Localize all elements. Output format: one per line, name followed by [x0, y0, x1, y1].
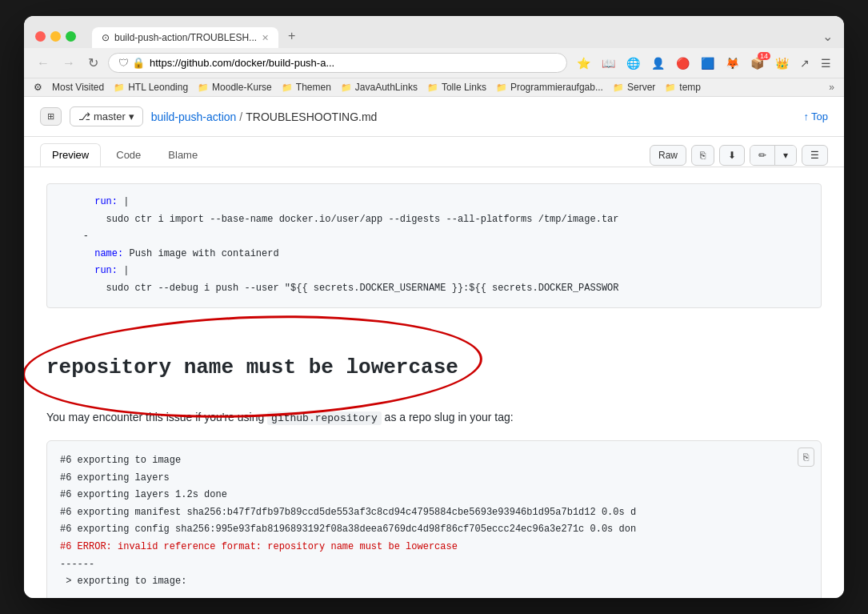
- tab-close-button[interactable]: ✕: [262, 33, 269, 43]
- account-button[interactable]: 👑: [772, 55, 792, 71]
- code-line-3: -: [60, 228, 808, 246]
- log-content: #6 exporting to image #6 exporting layer…: [47, 441, 821, 598]
- new-tab-button[interactable]: +: [280, 24, 303, 48]
- prose-intro: You may encounter this issue if you're u…: [46, 411, 264, 423]
- folder-icon-5: 📁: [427, 82, 438, 93]
- tab-preview[interactable]: Preview: [40, 143, 101, 167]
- url-bar[interactable]: 🛡 🔒 https://github.com/docker/build-push…: [108, 53, 567, 73]
- extension-2-button[interactable]: 🟦: [698, 55, 718, 71]
- edit-button[interactable]: ✏: [750, 146, 775, 165]
- traffic-lights: [35, 31, 76, 42]
- bookmark-moodle[interactable]: 📁 Moodle-Kurse: [198, 82, 272, 93]
- copy-log-button[interactable]: ⎘: [798, 447, 814, 467]
- folder-icon-6: 📁: [496, 82, 507, 93]
- code-line-4: name: Push image with containerd: [60, 246, 808, 263]
- branch-label: master: [94, 110, 126, 122]
- breadcrumb-file: TROUBLESHOOTING.md: [246, 110, 377, 123]
- forward-button[interactable]: →: [59, 54, 78, 72]
- github-file-header: ⊞ ⎇ master ▾ build-push-action / TROUBLE…: [24, 97, 844, 137]
- nav-bar: ← → ↻ 🛡 🔒 https://github.com/docker/buil…: [24, 48, 844, 78]
- code-line-5: run: |: [60, 263, 808, 280]
- folder-icon-7: 📁: [613, 82, 624, 93]
- most-visited-icon: ⚙: [34, 82, 42, 93]
- shield-icon: 🛡: [118, 57, 129, 69]
- file-actions: Raw ⎘ ⬇ ✏ ▾ ☰: [650, 145, 828, 166]
- folder-icon-8: 📁: [665, 82, 676, 93]
- translate-button[interactable]: 🌐: [623, 55, 643, 71]
- log-line-error: #6 ERROR: invalid reference format: repo…: [60, 539, 808, 556]
- toc-button[interactable]: ☰: [802, 145, 828, 166]
- copy-raw-button[interactable]: ⎘: [691, 145, 714, 166]
- more-extensions-button[interactable]: ↗: [797, 55, 813, 71]
- extensions-button[interactable]: 📦14: [747, 55, 767, 71]
- prose-outro: as a repo slug in your tag:: [385, 411, 514, 423]
- raw-button[interactable]: Raw: [650, 145, 686, 166]
- error-heading: repository name must be lowercase: [46, 343, 458, 393]
- log-line-7: ------: [60, 556, 808, 574]
- reading-mode-button[interactable]: 📖: [598, 55, 618, 71]
- bookmark-tolle[interactable]: 📁 Tolle Links: [427, 82, 486, 93]
- yaml-code-block: run: | sudo ctr i import --base-name doc…: [46, 183, 822, 308]
- refresh-button[interactable]: ↻: [85, 54, 102, 72]
- log-line-4: #6 exporting manifest sha256:b47f7dfb97b…: [60, 504, 808, 522]
- extension-3-button[interactable]: 🦊: [722, 55, 742, 71]
- profile-button[interactable]: 👤: [648, 55, 668, 71]
- folder-icon: 📁: [114, 82, 125, 93]
- log-line-8: > exporting to image:: [60, 573, 808, 591]
- extension-1-button[interactable]: 🔴: [673, 55, 693, 71]
- breadcrumb-repo-link[interactable]: build-push-action: [151, 110, 237, 123]
- tab-bar: ⊙ build-push-action/TROUBLESH... ✕ +: [92, 24, 303, 48]
- back-button[interactable]: ←: [34, 54, 53, 72]
- folder-icon-3: 📁: [282, 82, 293, 93]
- browser-window: ⊙ build-push-action/TROUBLESH... ✕ + ⌄ ←…: [24, 16, 844, 598]
- bookmark-themen[interactable]: 📁 Themen: [282, 82, 331, 93]
- download-button[interactable]: ⬇: [719, 145, 745, 166]
- active-tab[interactable]: ⊙ build-push-action/TROUBLESH... ✕: [92, 27, 278, 48]
- tab-favicon: ⊙: [102, 32, 110, 43]
- bookmark-htl[interactable]: 📁 HTL Leonding: [114, 82, 188, 93]
- folder-icon-2: 📁: [198, 82, 209, 93]
- repo-icon: ⊞: [40, 107, 62, 126]
- tab-blame[interactable]: Blame: [156, 143, 210, 167]
- menu-button[interactable]: ☰: [818, 55, 834, 71]
- prose-paragraph: You may encounter this issue if you're u…: [46, 408, 822, 427]
- minimize-button[interactable]: [50, 31, 61, 42]
- bookmarks-bar: ⚙ Most Visited 📁 HTL Leonding 📁 Moodle-K…: [24, 78, 844, 97]
- code-line-1: run: |: [60, 194, 808, 211]
- log-line-9: ------: [60, 591, 808, 598]
- tab-label: build-push-action/TROUBLESH...: [114, 32, 257, 43]
- lock-icon: 🔒: [132, 57, 145, 69]
- bookmark-most-visited[interactable]: Most Visited: [52, 82, 104, 93]
- chevron-down-icon: ▾: [129, 110, 134, 122]
- edit-more-button[interactable]: ▾: [775, 146, 796, 165]
- window-controls[interactable]: ⌄: [822, 29, 833, 44]
- bookmark-server[interactable]: 📁 Server: [613, 82, 655, 93]
- top-link[interactable]: ↑ Top: [804, 110, 828, 122]
- branch-selector[interactable]: ⎇ master ▾: [70, 106, 143, 126]
- log-line-5: #6 exporting config sha256:995e93fab8196…: [60, 521, 808, 539]
- close-button[interactable]: [35, 31, 46, 42]
- folder-icon-4: 📁: [341, 82, 352, 93]
- bookmark-java[interactable]: 📁 JavaAuthLinks: [341, 82, 418, 93]
- bookmark-temp[interactable]: 📁 temp: [665, 82, 701, 93]
- breadcrumb-separator: /: [239, 110, 242, 123]
- page-content: ⊞ ⎇ master ▾ build-push-action / TROUBLE…: [24, 97, 844, 598]
- log-line-2: #6 exporting layers: [60, 470, 808, 488]
- code-line-6: sudo ctr --debug i push --user "${{ secr…: [60, 280, 808, 298]
- url-security-icons: 🛡 🔒: [118, 57, 145, 69]
- url-text: https://github.com/docker/build-push-a..…: [150, 57, 334, 69]
- file-view-tabs: Preview Code Blame Raw ⎘ ⬇ ✏ ▾ ☰: [24, 137, 844, 167]
- fullscreen-button[interactable]: [66, 31, 76, 42]
- branch-icon: ⎇: [78, 110, 90, 122]
- arrow-up-icon: ↑: [804, 110, 810, 122]
- edit-action-group: ✏ ▾: [750, 145, 797, 166]
- bookmarks-overflow-button[interactable]: »: [829, 82, 834, 93]
- log-line-3: #6 exporting layers 1.2s done: [60, 487, 808, 504]
- tab-code[interactable]: Code: [104, 143, 153, 167]
- bookmark-star-button[interactable]: ⭐: [574, 55, 594, 71]
- breadcrumb: build-push-action / TROUBLESHOOTING.md: [151, 110, 378, 123]
- log-line-1: #6 exporting to image: [60, 452, 808, 470]
- markdown-content: run: | sudo ctr i import --base-name doc…: [24, 167, 844, 598]
- bookmark-prog[interactable]: 📁 Programmieraufgab...: [496, 82, 603, 93]
- title-bar: ⊙ build-push-action/TROUBLESH... ✕ + ⌄: [24, 16, 844, 48]
